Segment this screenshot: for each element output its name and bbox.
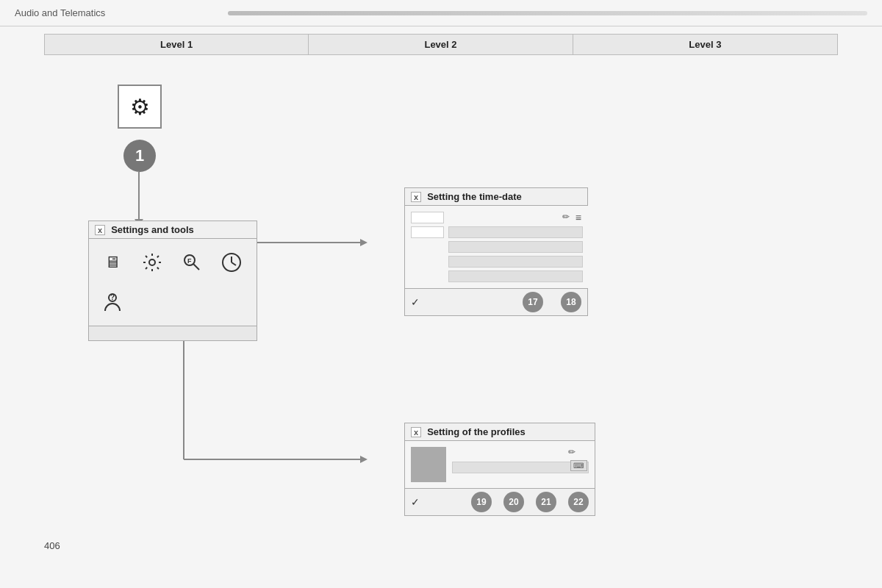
time-check-icon[interactable]: ✓	[411, 296, 420, 308]
settings-cog-icon[interactable]	[135, 245, 170, 280]
profiles-edit-icon[interactable]: ✏	[568, 447, 576, 457]
profiles-badge-20: 20	[503, 492, 524, 512]
profiles-panel-title: Setting of the profiles	[427, 426, 526, 437]
time-panel-footer: ✓ 17 18	[405, 288, 587, 315]
profile-row-1	[452, 462, 589, 473]
time-row-3	[448, 256, 583, 268]
svg-line-11	[232, 262, 236, 265]
time-badge-17: 17	[523, 292, 543, 312]
settings-panel-title: Settings and tools	[111, 224, 194, 235]
page-number: 406	[44, 540, 60, 551]
levels-header: Level 1 Level 2 Level 3	[44, 34, 838, 55]
circle-number-1: 1	[123, 140, 156, 172]
time-panel: x Setting the time-date ✏ ≡ ✓	[404, 187, 588, 316]
search-icon[interactable]: F	[174, 245, 209, 280]
gear-icon: ⚙	[130, 94, 150, 120]
settings-panel-header: x Settings and tools	[89, 221, 257, 239]
time-row-2	[448, 241, 583, 253]
level1-header: Level 1	[45, 35, 309, 54]
profiles-badge-21: 21	[536, 492, 556, 512]
time-row-1	[448, 226, 583, 238]
display-icon[interactable]: 🖥	[95, 245, 130, 280]
profiles-right-content: ✏ ⌨	[452, 447, 589, 473]
time-menu-icon[interactable]: ≡	[576, 212, 581, 223]
time-close-button[interactable]: x	[411, 192, 421, 202]
svg-text:F: F	[187, 257, 192, 265]
settings-panel: x Settings and tools 🖥 F	[88, 220, 257, 341]
clock-icon[interactable]	[214, 245, 249, 280]
header-title: Audio and Telematics	[15, 7, 228, 18]
svg-text:?: ?	[110, 293, 115, 301]
svg-marker-4	[360, 456, 368, 463]
profiles-badge-22: 22	[568, 492, 589, 512]
profiles-panel: x Setting of the profiles ✏ ⌨ ✓ 19 20 21…	[404, 423, 595, 516]
time-input-1[interactable]	[411, 212, 444, 223]
time-right-rows: ✏ ≡	[448, 212, 583, 282]
profiles-keyboard-icon: ⌨	[570, 460, 587, 471]
profiles-panel-header: x Setting of the profiles	[405, 423, 595, 441]
time-input-2[interactable]	[411, 226, 444, 238]
header-decoration	[228, 11, 867, 15]
gear-box: ⚙	[118, 85, 162, 129]
level2-header: Level 2	[309, 35, 573, 54]
settings-close-button[interactable]: x	[95, 225, 105, 235]
time-panel-title: Setting the time-date	[427, 191, 522, 202]
time-left-inputs	[411, 212, 444, 282]
profile-avatar	[411, 447, 446, 482]
profiles-panel-body: ✏ ⌨	[405, 441, 595, 488]
settings-panel-footer	[89, 326, 257, 340]
settings-panel-icons: 🖥 F	[89, 239, 257, 326]
svg-point-5	[149, 259, 155, 265]
profiles-close-button[interactable]: x	[411, 427, 421, 437]
svg-line-7	[193, 264, 199, 270]
profiles-panel-footer: ✓ 19 20 21 22	[405, 488, 595, 515]
time-edit-icon[interactable]: ✏	[562, 212, 570, 222]
arrow-down-1	[138, 172, 140, 220]
time-panel-header: x Setting the time-date	[405, 188, 587, 206]
profiles-badge-19: 19	[471, 492, 492, 512]
time-badge-18: 18	[561, 292, 581, 312]
page-header: Audio and Telematics	[0, 0, 882, 26]
svg-marker-1	[360, 239, 368, 246]
time-row-4	[448, 270, 583, 282]
main-area: ⚙ 1 x Settings and tools 🖥 F	[44, 62, 838, 562]
profiles-check-icon[interactable]: ✓	[411, 496, 420, 508]
level3-header: Level 3	[573, 35, 837, 54]
user-help-icon[interactable]: ?	[95, 284, 130, 320]
time-panel-body: ✏ ≡	[405, 206, 589, 288]
